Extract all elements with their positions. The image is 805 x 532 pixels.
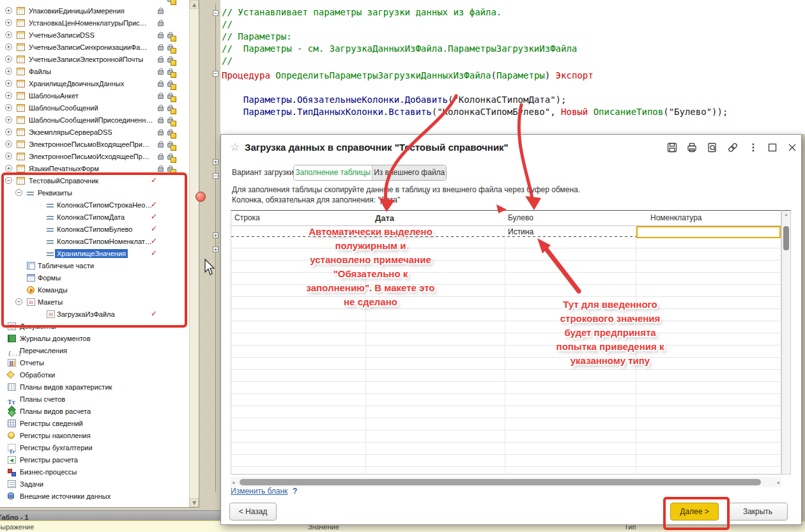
- tree-item-ШаблоныАнкет[interactable]: +ШаблоныАнкет: [0, 90, 189, 102]
- tree-item-Планы видов расчета[interactable]: Планы видов расчета: [0, 406, 189, 418]
- hscroll-thumb[interactable]: [240, 479, 761, 485]
- collapse-icon[interactable]: −: [5, 177, 12, 184]
- tree-item-label: Табличные части: [38, 261, 94, 270]
- expand-icon[interactable]: +: [5, 104, 12, 111]
- tree-item-Планы видов характеристик[interactable]: Планы видов характеристик: [0, 381, 189, 393]
- tree-item-Задачи[interactable]: Задачи: [0, 478, 189, 490]
- collapse-icon[interactable]: −: [15, 189, 22, 196]
- tree-item-Регистры бухгалтерии[interactable]: Регистры бухгалтерии: [0, 442, 189, 454]
- fold-collapse-icon[interactable]: −: [213, 173, 218, 179]
- tree-item[interactable]: [0, 0, 189, 5]
- tree-item-Перечисления[interactable]: Перечисления: [0, 345, 189, 357]
- tree-item-УстановкаЦенНоменклатурыПрис…[interactable]: +УстановкаЦенНоменклатурыПрис…: [0, 17, 189, 29]
- scroll-up-icon[interactable]: ▲: [190, 0, 199, 9]
- tree-item-ЗагрузкаИзФайла[interactable]: ЗагрузкаИзФайла✓: [0, 308, 189, 321]
- tree-item-УпаковкиЕдиницыИзмерения[interactable]: +УпаковкиЕдиницыИзмерения: [0, 5, 189, 17]
- tree-item-Реквизиты[interactable]: −Реквизиты: [0, 187, 189, 199]
- tree-item-УчетныеЗаписиDSS[interactable]: +УчетныеЗаписиDSS: [0, 29, 189, 42]
- tab-fill-table[interactable]: Заполнение таблицы: [294, 165, 372, 180]
- tree-item-КолонкаСТипомБулево[interactable]: КолонкаСТипомБулево✓: [0, 224, 189, 236]
- fold-expand-icon[interactable]: +: [213, 247, 218, 252]
- maximize-icon[interactable]: [767, 142, 778, 153]
- tree-item-КолонкаСТипомНоменклат…[interactable]: КолонкаСТипомНоменклат…✓: [0, 236, 189, 248]
- tree-item-Файлы[interactable]: +Файлы: [0, 66, 189, 78]
- tree-item-Обработки[interactable]: Обработки: [0, 369, 189, 381]
- tree-item-ШаблоныСообщений[interactable]: +ШаблоныСообщений: [0, 102, 189, 114]
- tree-item-ТестовыйСправочник[interactable]: −ТестовыйСправочник✓: [0, 175, 189, 187]
- tree-item-КолонкаСТипомДата[interactable]: КолонкаСТипомДата✓: [0, 211, 189, 224]
- next-button[interactable]: Далее >: [670, 503, 719, 521]
- tree-item-УчетныеЗаписиЭлектроннойПочты[interactable]: +УчетныеЗаписиЭлектроннойПочты: [0, 54, 189, 66]
- tree-item-УчетныеЗаписиСинхронизацииФа…[interactable]: +УчетныеЗаписиСинхронизацииФа…: [0, 42, 189, 54]
- tree-item-ЭкземплярыСервераDSS[interactable]: +ЭкземплярыСервераDSS: [0, 126, 189, 139]
- edit-form-link[interactable]: Изменить бланк: [231, 487, 288, 496]
- scroll-left-icon[interactable]: ◂: [232, 480, 234, 485]
- tree-item-ЭлектронноеПисьмоВходящееПри…[interactable]: +ЭлектронноеПисьмоВходящееПри…: [0, 139, 189, 151]
- expand-icon[interactable]: +: [5, 68, 12, 75]
- tab-from-external-file[interactable]: Из внешнего файла: [372, 165, 446, 180]
- expand-icon[interactable]: +: [5, 141, 12, 148]
- expand-icon[interactable]: +: [5, 7, 12, 14]
- expand-icon[interactable]: +: [5, 80, 12, 87]
- tree-item-Регистры сведений[interactable]: Регистры сведений: [0, 418, 189, 430]
- expand-icon[interactable]: +: [5, 153, 12, 160]
- preview-icon[interactable]: [707, 142, 718, 153]
- tree-item-Команды[interactable]: Команды: [0, 284, 189, 296]
- expand-icon[interactable]: +: [5, 128, 12, 135]
- tree-item-Бизнес-процессы[interactable]: Бизнес-процессы: [0, 466, 189, 478]
- fold-expand-icon[interactable]: +: [213, 232, 218, 238]
- expand-icon[interactable]: +: [5, 56, 12, 63]
- save-icon[interactable]: [666, 142, 678, 153]
- expand-icon[interactable]: +: [5, 43, 12, 50]
- tree-item-Макеты[interactable]: −Макеты: [0, 296, 189, 308]
- favorite-star-icon[interactable]: ☆: [230, 141, 240, 154]
- expand-icon[interactable]: +: [5, 116, 12, 123]
- expand-icon[interactable]: +: [5, 92, 12, 99]
- collapse-icon[interactable]: −: [15, 298, 22, 305]
- tree-item-Планы счетов[interactable]: Планы счетов: [0, 393, 189, 406]
- tree-item-ЯзыкиПечатныхФорм[interactable]: +ЯзыкиПечатныхФорм: [0, 163, 189, 175]
- data-table[interactable]: Строка Дата Булево Номенклатура Истина: [231, 210, 781, 475]
- expand-icon[interactable]: +: [5, 19, 12, 26]
- code-editor[interactable]: // Устанавливает параметры загрузки данн…: [220, 0, 805, 134]
- scroll-down-icon[interactable]: ▼: [190, 498, 199, 507]
- print-icon[interactable]: [686, 142, 698, 153]
- tree-item-Внешние источники данных[interactable]: Внешние источники данных: [0, 490, 189, 503]
- tree-item-ЭлектронноеПисьмоИсходящееПр…[interactable]: +ЭлектронноеПисьмоИсходящееПр…: [0, 151, 189, 163]
- scroll-right-icon[interactable]: ▸: [778, 480, 780, 485]
- lock-extension-icon: [167, 119, 173, 123]
- config-tree[interactable]: +УпаковкиЕдиницыИзмерения+УстановкаЦенНо…: [0, 0, 189, 507]
- tree-item-Отчеты[interactable]: Отчеты: [0, 357, 189, 369]
- tree-item-Формы[interactable]: Формы: [0, 272, 189, 284]
- lock-icon: [158, 10, 164, 14]
- tree-item-Регистры расчета[interactable]: Регистры расчета: [0, 454, 189, 466]
- modified-check-icon: ✓: [151, 176, 157, 185]
- tree-item-КолонкаСТипомСтрокаНео…[interactable]: КолонкаСТипомСтрокаНео…✓: [0, 199, 189, 211]
- help-link[interactable]: ?: [293, 487, 297, 496]
- fold-collapse-icon[interactable]: −: [213, 71, 218, 77]
- scroll-up-icon[interactable]: ▲: [782, 212, 790, 217]
- tree-scrollbar[interactable]: ▲ ▼: [189, 0, 199, 507]
- expand-icon[interactable]: +: [5, 165, 12, 172]
- tree-item-Журналы документов[interactable]: Журналы документов: [0, 333, 189, 345]
- vscroll-thumb[interactable]: [783, 226, 789, 250]
- fold-expand-icon[interactable]: +: [213, 159, 218, 165]
- link-icon[interactable]: [727, 142, 739, 153]
- tree-item-Документы[interactable]: Документы: [0, 321, 189, 333]
- back-button[interactable]: < Назад: [229, 503, 277, 521]
- fold-collapse-icon[interactable]: −: [213, 10, 218, 16]
- tree-item-Табличные части[interactable]: Табличные части: [0, 260, 189, 272]
- breakpoint-marker-icon[interactable]: [195, 192, 206, 202]
- tree-item-ХранилищеДвоичныхДанных[interactable]: +ХранилищеДвоичныхДанных: [0, 78, 189, 90]
- active-cell-nomenklatura[interactable]: [636, 226, 781, 238]
- close-button[interactable]: Закрыть: [728, 503, 788, 521]
- table-horizontal-scrollbar[interactable]: ◂ ▸: [231, 477, 781, 487]
- expand-icon[interactable]: +: [5, 31, 12, 38]
- more-icon[interactable]: [747, 142, 759, 153]
- tree-item-Регистры накопления[interactable]: Регистры накопления: [0, 430, 189, 442]
- table-vertical-scrollbar[interactable]: ▲: [781, 210, 791, 475]
- close-icon[interactable]: [786, 142, 798, 153]
- tree-item-ШаблоныСообщенийПрисоединенн…[interactable]: +ШаблоныСообщенийПрисоединенн…: [0, 114, 189, 126]
- tree-item-ХранилищеЗначения[interactable]: ХранилищеЗначения✓: [0, 248, 189, 260]
- tablo-titlebar[interactable]: Табло - 1: [0, 510, 220, 521]
